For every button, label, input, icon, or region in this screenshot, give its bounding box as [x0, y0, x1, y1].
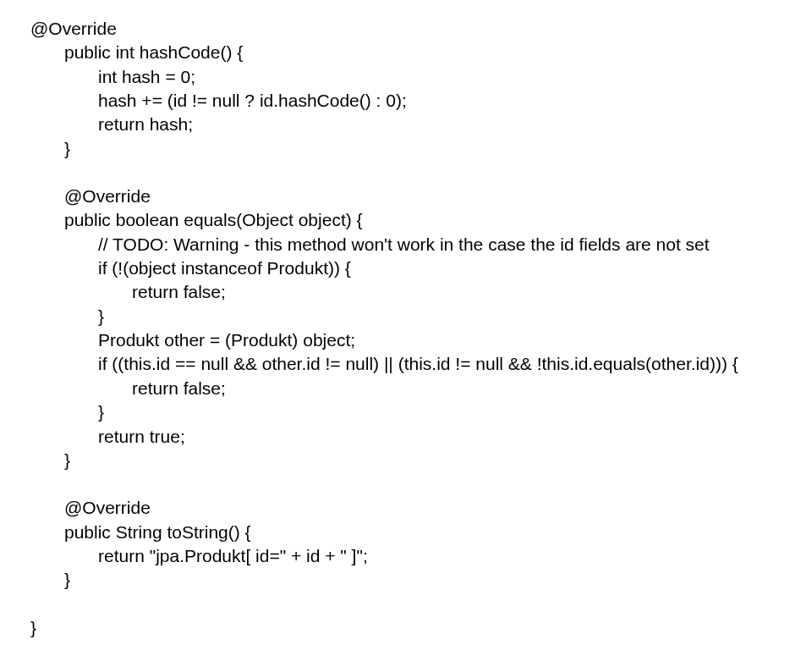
- code-line: }: [30, 616, 795, 640]
- code-line: @Override: [30, 496, 795, 520]
- code-line: }: [30, 400, 795, 424]
- code-line: // TODO: Warning - this method won't wor…: [30, 233, 795, 256]
- code-line: @Override: [30, 17, 795, 41]
- code-line: return "jpa.Produkt[ id=" + id + " ]";: [30, 544, 795, 568]
- code-line: }: [30, 137, 795, 161]
- code-line: @Override: [30, 185, 795, 208]
- code-line: }: [30, 568, 795, 592]
- blank-line: [30, 472, 795, 496]
- code-line: public int hashCode() {: [30, 41, 795, 64]
- code-line: int hash = 0;: [30, 65, 795, 89]
- code-line: return true;: [30, 425, 795, 449]
- code-line: return false;: [30, 377, 795, 400]
- code-line: if ((this.id == null && other.id != null…: [30, 352, 795, 376]
- code-line: return hash;: [30, 113, 795, 136]
- code-line: if (!(object instanceof Produkt)) {: [30, 256, 795, 280]
- code-line: return false;: [30, 280, 795, 304]
- code-snippet: @Override public int hashCode() { int ha…: [30, 17, 795, 640]
- code-line: }: [30, 305, 795, 328]
- blank-line: [30, 161, 795, 185]
- code-line: public String toString() {: [30, 521, 795, 544]
- code-line: public boolean equals(Object object) {: [30, 208, 795, 232]
- code-line: Produkt other = (Produkt) object;: [30, 328, 795, 352]
- code-line: }: [30, 449, 795, 472]
- code-line: hash += (id != null ? id.hashCode() : 0)…: [30, 89, 795, 113]
- blank-line: [30, 593, 795, 616]
